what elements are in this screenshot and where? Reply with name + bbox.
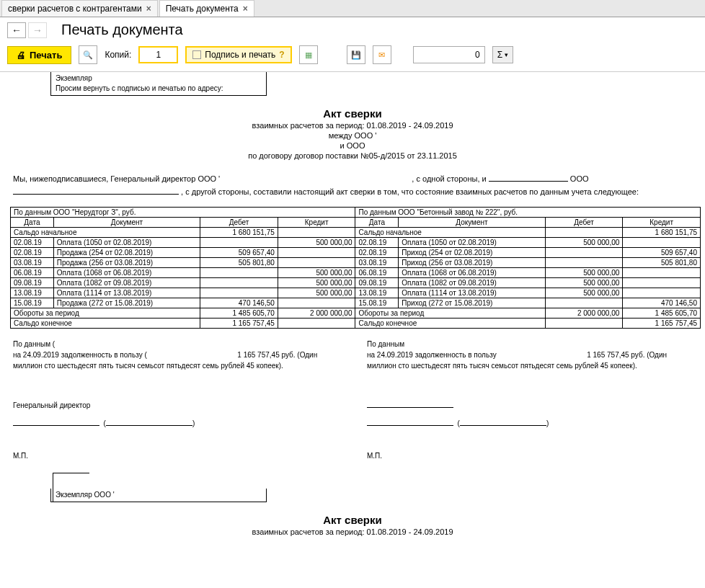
tab-label: Печать документа	[166, 4, 239, 14]
signature-title-right	[367, 400, 453, 408]
print-button[interactable]: 🖨 Печать	[7, 46, 71, 64]
signature-title-left: Генеральный директор	[13, 400, 338, 411]
stamp-right: М.П.	[367, 450, 692, 461]
document-subtitle: взаимных расчетов за период: 01.08.2019 …	[7, 121, 698, 130]
document-title: Акт сверки	[7, 107, 698, 120]
diskette-icon: 💾	[351, 50, 361, 60]
preview-button[interactable]: 🔍	[79, 45, 97, 64]
document-preamble: Мы, нижеподписавшиеся, Генеральный дирек…	[13, 173, 692, 198]
save-button[interactable]: 💾	[347, 45, 365, 64]
back-button[interactable]: ←	[7, 22, 26, 38]
reconciliation-table: По данным ООО "Нерудторг З", руб. По дан…	[10, 207, 701, 329]
magnifier-icon: 🔍	[83, 50, 93, 60]
table-row: 15.08.19Продажа (272 от 15.08.2019)470 1…	[11, 298, 701, 308]
sigma-icon: Σ	[497, 50, 502, 60]
document-area: Экземпляр Просим вернуть с подписью и пе…	[0, 72, 705, 551]
print-label: Печать	[30, 50, 62, 61]
close-icon[interactable]: ×	[243, 4, 248, 14]
printer-icon: 🖨	[17, 50, 26, 61]
copies-input[interactable]	[138, 46, 178, 63]
summary-block: По данным ( на 24.09.2019 задолженность …	[13, 339, 692, 461]
tab-print-document[interactable]: Печать документа ×	[159, 0, 254, 17]
email-button[interactable]: ✉	[373, 45, 391, 64]
return-address-box: Экземпляр Просим вернуть с подписью и пе…	[50, 72, 267, 96]
forward-button[interactable]: →	[28, 22, 47, 38]
page-title: Печать документа	[61, 22, 183, 38]
checkbox-icon	[192, 50, 201, 59]
tab-reconciliation[interactable]: сверки расчетов с контрагентами ×	[1, 0, 158, 17]
table-row: 06.08.19Оплата (1068 от 06.08.2019)500 0…	[11, 268, 701, 278]
table-row: 13.08.19Оплата (1114 от 13.08.2019)500 0…	[11, 288, 701, 298]
image-button[interactable]: ▦	[299, 45, 318, 64]
help-icon: ?	[279, 50, 284, 60]
number-input[interactable]	[413, 46, 485, 63]
envelope-icon: ✉	[378, 50, 385, 60]
sum-button[interactable]: Σ ▾	[492, 46, 513, 63]
close-icon[interactable]: ×	[146, 4, 151, 14]
chevron-down-icon: ▾	[505, 51, 508, 58]
toolbar: 🖨 Печать 🔍 Копий: Подпись и печать ? ▦ 💾…	[0, 43, 705, 72]
sign-and-print-button[interactable]: Подпись и печать ?	[185, 46, 291, 63]
tab-label: сверки расчетов с контрагентами	[8, 4, 142, 14]
table-row: 09.08.19Оплата (1082 от 09.08.2019)500 0…	[11, 278, 701, 288]
table-row: 02.08.19Продажа (254 от 02.08.2019)509 6…	[11, 248, 701, 258]
table-row: 02.08.19Оплата (1050 от 02.08.2019)500 0…	[11, 238, 701, 248]
tab-bar: сверки расчетов с контрагентами × Печать…	[0, 0, 705, 17]
stamp-left: М.П.	[13, 450, 338, 461]
table-row: 03.08.19Продажа (256 от 03.08.2019)505 8…	[11, 258, 701, 268]
picture-icon: ▦	[305, 50, 312, 60]
copies-label: Копий:	[105, 50, 131, 60]
page-header: ← → Печать документа	[0, 17, 705, 43]
second-copy: Экземпляр ООО ' Акт сверки взаимных расч…	[7, 489, 698, 536]
